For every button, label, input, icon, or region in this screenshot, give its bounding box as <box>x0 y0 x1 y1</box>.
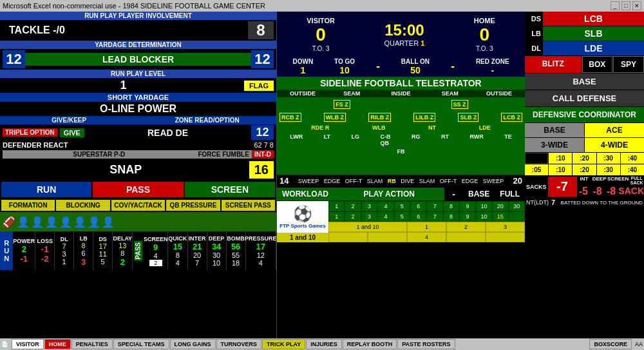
ds-label: DS <box>525 15 541 23</box>
g1-2[interactable]: 2 <box>345 201 361 211</box>
blocking-button[interactable]: BLOCKING <box>56 200 109 211</box>
tab-home[interactable]: HOME <box>44 339 71 349</box>
togo-info: TO GO 10 <box>334 58 355 75</box>
cb-lb-row: RCB Z WLB Z RILB Z LILB Z SLB Z LCB Z <box>277 112 525 123</box>
formation-button[interactable]: FORMATION <box>1 200 55 211</box>
timing-05[interactable]: :05 <box>525 164 548 175</box>
give-keep-label: GIVE/KEEP <box>0 116 138 124</box>
qb-pressure-button[interactable]: QB PRESSURE <box>166 200 220 211</box>
lde-value[interactable]: LDE <box>543 41 644 55</box>
window-controls[interactable]: _ □ ✕ <box>611 1 641 10</box>
g1-4[interactable]: 4 <box>377 201 393 211</box>
base-def-button[interactable]: BASE <box>525 123 584 137</box>
timing-30-1[interactable]: :30 <box>597 153 620 164</box>
tab-boxscore[interactable]: BOXSCORE <box>589 339 632 349</box>
tab-special-teams[interactable]: SPECIAL TEAMS <box>113 339 169 349</box>
visitor-to: T.O. 3 <box>307 45 335 52</box>
timing-10-1[interactable]: :10 <box>549 153 572 164</box>
title-text: Microsoft Excel non-commercial use - 198… <box>3 2 265 10</box>
dash-separator2: - <box>451 58 455 75</box>
tab-long-gains[interactable]: LONG GAINS <box>170 339 216 349</box>
tab-trick-play[interactable]: TRICK PLAY <box>262 339 305 349</box>
spy-button[interactable]: SPY <box>613 56 644 73</box>
screen-pass-button[interactable]: SCREEN PASS <box>222 200 275 211</box>
play-action-button[interactable]: PLAY ACTION <box>334 188 444 200</box>
tab-penalties[interactable]: PENALTIES <box>71 339 113 349</box>
g4-0[interactable] <box>328 232 368 242</box>
ace-button[interactable]: ACE <box>585 123 644 137</box>
wlbz-pos: WLB Z <box>324 113 346 122</box>
g2-9[interactable]: 9 <box>459 211 475 222</box>
g3-3[interactable]: 3 <box>486 222 525 232</box>
rb-pos: RB <box>388 178 396 184</box>
g1-7[interactable]: 7 <box>426 201 442 211</box>
run-button[interactable]: RUN <box>1 182 91 197</box>
g4-1[interactable] <box>368 232 407 242</box>
lead-blocker-label: LEAD BLOCKER <box>25 53 251 66</box>
g2-5[interactable]: 5 <box>394 211 410 222</box>
tab-visitor[interactable]: VISITOR <box>12 339 44 349</box>
game-info-row: DOWN 1 TO GO 10 - BALL ON 50 - RED ZONE … <box>277 57 525 77</box>
g2-3[interactable]: 3 <box>361 211 377 222</box>
g1-3[interactable]: 3 <box>361 201 377 211</box>
g2-8[interactable]: 8 <box>443 211 459 222</box>
tab-injuries[interactable]: INJURIES <box>306 339 342 349</box>
timing-40-2[interactable]: :40 <box>621 164 644 175</box>
box-button[interactable]: BOX <box>582 56 613 73</box>
timing-20-1[interactable]: :20 <box>573 153 596 164</box>
one-and-ten-cell[interactable]: 1 and 10 <box>328 222 407 232</box>
lcb-value[interactable]: LCB <box>543 12 644 26</box>
maximize-button[interactable]: □ <box>621 1 630 10</box>
g2-7[interactable]: 7 <box>426 211 442 222</box>
g2-1[interactable]: 1 <box>328 211 345 222</box>
g2-6[interactable]: 6 <box>410 211 426 222</box>
g1-5[interactable]: 5 <box>394 201 410 211</box>
slb-value[interactable]: SLB <box>543 26 644 41</box>
screen-input[interactable]: 2 <box>149 260 162 266</box>
g4-blank2[interactable] <box>486 232 525 242</box>
screen-col: SCREEN 9 4 2 <box>144 231 168 270</box>
screen-button[interactable]: SCREEN <box>185 182 275 197</box>
timing-10-2[interactable]: :10 <box>549 164 572 175</box>
screen-val1: 9 <box>153 242 158 252</box>
g1-20[interactable]: 20 <box>492 201 508 211</box>
one-and-ten: 1 and 10 <box>277 233 328 242</box>
grid-area: 1 2 3 4 5 6 7 8 9 10 20 30 1 2 3 <box>328 201 525 242</box>
tab-paste-rosters[interactable]: PASTE ROSTERS <box>397 339 455 349</box>
call-defense-button[interactable]: CALL DEFENSE <box>525 90 644 106</box>
g1-6[interactable]: 6 <box>410 201 426 211</box>
g1-30[interactable]: 30 <box>509 201 525 211</box>
blitz-button[interactable]: BLITZ <box>525 56 582 73</box>
cov-yac-button[interactable]: COV/YAC/TACK <box>111 200 165 211</box>
g1-10[interactable]: 10 <box>476 201 492 211</box>
timing-30-2[interactable]: :30 <box>597 164 620 175</box>
g1-1[interactable]: 1 <box>328 201 345 211</box>
g1-9[interactable]: 9 <box>459 201 475 211</box>
g3-2[interactable]: 2 <box>446 222 486 232</box>
three-wide-button[interactable]: 3-WIDE <box>525 138 584 152</box>
g2-blank[interactable] <box>509 211 525 222</box>
pass-button[interactable]: PASS <box>93 182 183 197</box>
g2-10[interactable]: 10 <box>476 211 492 222</box>
g1-8[interactable]: 8 <box>443 201 459 211</box>
logo-icon: ⚽ <box>279 205 325 223</box>
g4-4[interactable]: 4 <box>407 232 446 242</box>
zoom-label: AA <box>635 341 643 347</box>
g2-15[interactable]: 15 <box>492 211 508 222</box>
g2-2[interactable]: 2 <box>345 211 361 222</box>
timing-20-2[interactable]: :20 <box>573 164 596 175</box>
g3-1[interactable]: 1 <box>407 222 446 232</box>
timing-40-1[interactable]: :40 <box>621 153 644 164</box>
tab-replay-booth[interactable]: REPLAY BOOTH <box>343 339 397 349</box>
grid-row-3: 1 and 10 1 2 3 <box>328 222 525 232</box>
base-defense-button[interactable]: BASE <box>525 73 644 90</box>
four-wide-button[interactable]: 4-WIDE <box>585 138 644 152</box>
player-icon-3: 👤 <box>31 216 44 228</box>
g2-4[interactable]: 4 <box>377 211 393 222</box>
close-button[interactable]: ✕ <box>632 1 641 10</box>
defensive-coordinator-button[interactable]: DEFENSIVE COORDINATOR <box>525 107 644 122</box>
tab-turnovers[interactable]: TURNOVERS <box>216 339 262 349</box>
minimize-button[interactable]: _ <box>611 1 620 10</box>
workload-button[interactable]: WORKLOAD <box>277 188 334 200</box>
g4-blank[interactable] <box>446 232 486 242</box>
